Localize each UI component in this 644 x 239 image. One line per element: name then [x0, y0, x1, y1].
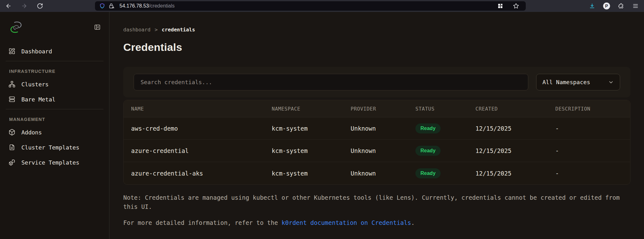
profile-avatar[interactable]: P — [603, 3, 610, 9]
cell-namespace: kcm-system — [272, 170, 351, 177]
box-file-icon — [8, 159, 15, 166]
sidebar-divider — [6, 109, 103, 109]
server-icon — [8, 96, 15, 103]
url-host: 54.176.78.53 — [119, 3, 149, 8]
credentials-table: NAME NAMESPACE PROVIDER STATUS CREATED D… — [123, 100, 630, 185]
status-badge: Ready — [415, 123, 441, 133]
chevron-down-icon — [608, 79, 614, 85]
extensions-puzzle-icon[interactable] — [618, 3, 625, 9]
table-header-row: NAME NAMESPACE PROVIDER STATUS CREATED D… — [124, 100, 630, 117]
downloads-icon[interactable] — [589, 3, 596, 9]
table-row[interactable]: azure-credential kcm-system Unknown Read… — [124, 140, 630, 162]
lock-warning-icon[interactable] — [108, 3, 115, 9]
status-badge: Ready — [415, 146, 441, 156]
sidebar-item-label: Cluster Templates — [21, 144, 79, 151]
dashboard-grid-icon — [8, 48, 15, 55]
breadcrumb: dashboard > credentials — [123, 27, 630, 33]
cell-namespace: kcm-system — [272, 147, 351, 154]
tracking-shield-icon[interactable] — [99, 3, 106, 9]
file-text-icon — [8, 144, 15, 151]
namespace-dropdown[interactable]: All Namespaces — [536, 74, 620, 90]
breadcrumb-dashboard-link[interactable]: dashboard — [123, 27, 151, 33]
breadcrumb-separator: > — [155, 27, 158, 33]
browser-nav-buttons — [0, 3, 50, 9]
column-header-status: STATUS — [415, 106, 475, 112]
cell-provider: Unknown — [351, 170, 415, 177]
sidebar-item-label: Service Templates — [21, 159, 79, 166]
doc-note-suffix: . — [411, 219, 414, 226]
sidebar-collapse-icon[interactable] — [93, 24, 101, 31]
column-header-provider: PROVIDER — [351, 106, 415, 112]
search-input[interactable] — [134, 74, 528, 90]
cell-created: 12/15/2025 — [475, 147, 555, 154]
sidebar-item-dashboard[interactable]: Dashboard — [0, 44, 109, 59]
cell-description: - — [555, 147, 630, 154]
sidebar-item-label: Clusters — [21, 81, 49, 88]
cell-name: azure-credential — [131, 147, 272, 154]
page-title: Credentials — [123, 41, 630, 53]
forward-icon[interactable] — [21, 3, 28, 9]
url-bar[interactable]: 54.176.78.53/credentials — [95, 1, 526, 11]
documentation-link[interactable]: k0rdent documentation on Credentials — [281, 219, 411, 226]
main-content: dashboard > credentials Credentials All … — [109, 12, 644, 239]
column-header-created: CREATED — [475, 106, 555, 112]
note-text: Note: Credentials are managed using kube… — [123, 193, 630, 211]
sidebar-item-label: Bare Metal — [21, 96, 55, 103]
sidebar-item-addons[interactable]: Addons — [0, 125, 109, 140]
namespace-dropdown-value: All Namespaces — [542, 79, 590, 85]
sidebar-item-service-templates[interactable]: Service Templates — [0, 155, 109, 170]
clusters-network-icon — [8, 81, 15, 88]
table-row[interactable]: azure-credential-aks kcm-system Unknown … — [124, 162, 630, 184]
cell-name: aws-cred-demo — [131, 125, 272, 132]
package-box-icon — [8, 129, 15, 136]
back-icon[interactable] — [5, 3, 12, 9]
table-row[interactable]: aws-cred-demo kcm-system Unknown Ready 1… — [124, 117, 630, 140]
documentation-note: For more detailed information, refer to … — [123, 218, 630, 227]
breadcrumb-current: credentials — [162, 27, 195, 33]
cell-description: - — [555, 125, 630, 132]
cell-description: - — [555, 170, 630, 177]
sidebar-section-infrastructure: INFRASTRUCTURE — [0, 63, 109, 77]
k0rdent-logo-icon — [7, 20, 25, 34]
cell-provider: Unknown — [351, 147, 415, 154]
sidebar-item-clusters[interactable]: Clusters — [0, 77, 109, 92]
cell-created: 12/15/2025 — [475, 125, 555, 132]
sidebar-item-label: Addons — [21, 129, 42, 136]
bookmark-star-icon[interactable] — [513, 3, 519, 9]
column-header-name: NAME — [131, 106, 272, 112]
browser-action-buttons: P — [589, 3, 644, 9]
reload-icon[interactable] — [36, 3, 43, 9]
sidebar-item-label: Dashboard — [21, 48, 52, 55]
sidebar-section-management: MANAGEMENT — [0, 111, 109, 125]
url-text: 54.176.78.53/credentials — [119, 3, 175, 9]
cell-name: azure-credential-aks — [131, 170, 272, 177]
cell-namespace: kcm-system — [272, 125, 351, 132]
menu-hamburger-icon[interactable] — [632, 3, 639, 9]
cell-created: 12/15/2025 — [475, 170, 555, 177]
status-badge: Ready — [415, 168, 441, 178]
sidebar-divider — [6, 61, 103, 61]
doc-note-prefix: For more detailed information, refer to … — [123, 219, 281, 226]
column-header-description: DESCRIPTION — [555, 106, 630, 112]
filter-panel: All Namespaces — [123, 67, 630, 97]
url-path: /credentials — [149, 3, 175, 8]
browser-toolbar: 54.176.78.53/credentials P — [0, 0, 644, 12]
sidebar-item-cluster-templates[interactable]: Cluster Templates — [0, 140, 109, 155]
cell-provider: Unknown — [351, 125, 415, 132]
sidebar-item-bare-metal[interactable]: Bare Metal — [0, 92, 109, 107]
column-header-namespace: NAMESPACE — [272, 106, 351, 112]
sidebar: Dashboard INFRASTRUCTURE Clusters Bare M… — [0, 12, 109, 239]
open-in-app-icon[interactable] — [497, 3, 504, 9]
